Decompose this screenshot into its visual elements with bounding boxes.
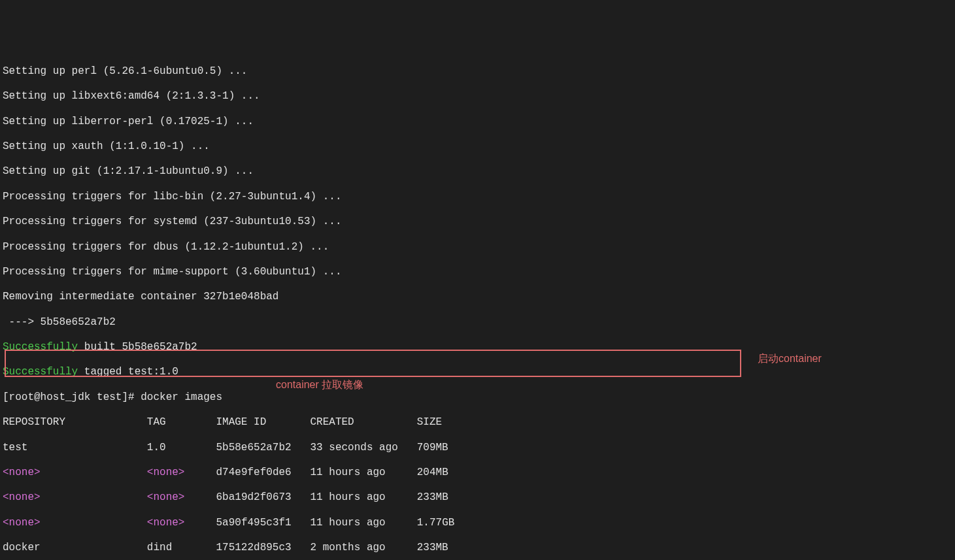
terminal-output-line: Removing intermediate container 327b1e04…: [3, 291, 952, 303]
images-row-rest: 5a90f495c3f1 11 hours ago 1.77GB: [216, 517, 454, 529]
terminal-output-line: Setting up perl (5.26.1-6ubuntu0.5) ...: [3, 65, 952, 78]
images-row: docker dind 175122d895c3 2 months ago 23…: [3, 542, 952, 554]
success-suffix: tagged test:1.0: [78, 366, 178, 378]
success-text: Successfully: [3, 341, 78, 353]
none-tag: <none>: [147, 517, 185, 529]
none-repo: <none>: [3, 517, 41, 529]
success-suffix: built 5b58e652a7b2: [78, 341, 197, 353]
images-row-none: <none> <none> 6ba19d2f0673 11 hours ago …: [3, 491, 952, 504]
images-header: REPOSITORY TAG IMAGE ID CREATED SIZE: [3, 416, 952, 429]
none-tag: <none>: [147, 467, 185, 478]
terminal-output-line: Setting up xauth (1:1.0.10-1) ...: [3, 140, 952, 153]
images-row-none: <none> <none> d74e9fef0de6 11 hours ago …: [3, 467, 952, 479]
terminal-output-line: Setting up libxext6:amd64 (2:1.3.3-1) ..…: [3, 90, 952, 103]
terminal-output-line: Setting up git (1:2.17.1-1ubuntu0.9) ...: [3, 165, 952, 178]
images-row-rest: d74e9fef0de6 11 hours ago 204MB: [216, 467, 448, 478]
terminal-output-line: ---> 5b58e652a7b2: [3, 316, 952, 329]
terminal-output-line: Setting up liberror-perl (0.17025-1) ...: [3, 116, 952, 128]
annotation-text-2: container 拉取镜像: [276, 378, 363, 391]
terminal-output-line: Processing triggers for dbus (1.12.2-1ub…: [3, 241, 952, 254]
terminal-success-line: Successfully tagged test:1.0: [3, 366, 952, 378]
terminal-output-line: Processing triggers for systemd (237-3ub…: [3, 216, 952, 228]
images-row-none: <none> <none> 5a90f495c3f1 11 hours ago …: [3, 517, 952, 529]
terminal-output-line: Processing triggers for mime-support (3.…: [3, 266, 952, 278]
terminal-prompt-line: [root@host_jdk test]# docker images: [3, 391, 952, 404]
images-row: test 1.0 5b58e652a7b2 33 seconds ago 709…: [3, 442, 952, 454]
terminal-window[interactable]: Setting up perl (5.26.1-6ubuntu0.5) ... …: [3, 53, 952, 560]
success-text: Successfully: [3, 366, 78, 378]
none-repo: <none>: [3, 467, 41, 478]
images-row-rest: 6ba19d2f0673 11 hours ago 233MB: [216, 491, 448, 503]
none-repo: <none>: [3, 491, 41, 503]
none-tag: <none>: [147, 491, 185, 503]
annotation-text-1: 启动container: [758, 352, 822, 365]
terminal-output-line: Processing triggers for libc-bin (2.27-3…: [3, 191, 952, 203]
